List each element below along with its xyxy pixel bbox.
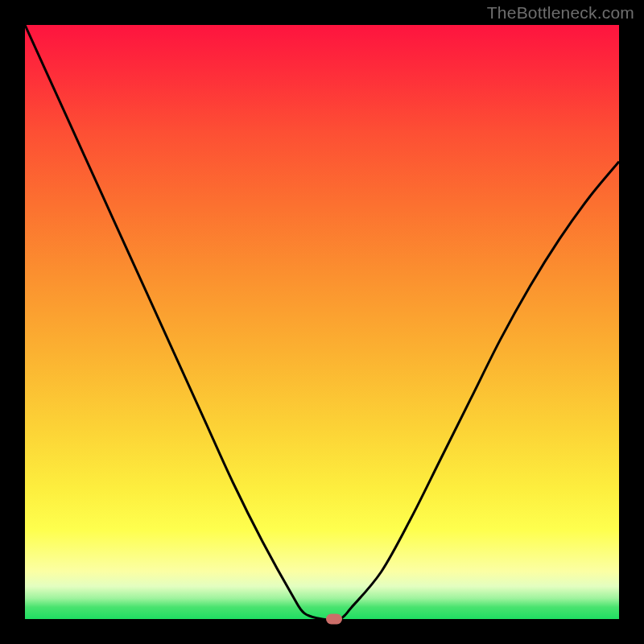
bottleneck-curve (25, 25, 619, 619)
watermark-text: TheBottleneck.com (487, 3, 634, 23)
optimal-point-marker (326, 614, 342, 625)
